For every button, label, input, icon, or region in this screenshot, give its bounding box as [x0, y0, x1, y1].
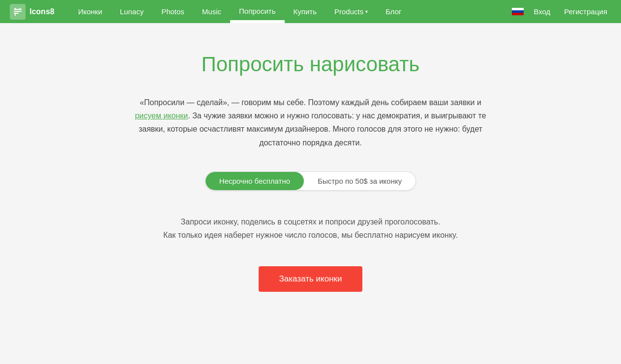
logo-text: Icons8 — [30, 7, 55, 16]
svg-rect-1 — [14, 11, 22, 12]
draw-icons-link[interactable]: рисуем иконки — [135, 112, 188, 120]
nav-item-products[interactable]: Products ▾ — [325, 0, 377, 23]
info-section: Запроси иконку, поделись в соцсетях и по… — [163, 215, 458, 242]
nav-item-iconki[interactable]: Иконки — [69, 0, 111, 23]
toggle-free[interactable]: Несрочно бесплатно — [206, 172, 304, 190]
logo[interactable]: Icons8 — [10, 4, 55, 20]
main-content: Попросить нарисовать «Попросили — сделай… — [0, 23, 621, 364]
description-text-2: . За чужие заявки можно и нужно голосова… — [139, 112, 486, 146]
svg-rect-4 — [20, 8, 21, 10]
toggle-group: Несрочно бесплатно Быстро по 50$ за икон… — [205, 171, 416, 191]
logo-icon — [10, 4, 26, 20]
info-text-1: Запроси иконку, поделись в соцсетях и по… — [163, 215, 458, 228]
svg-rect-5 — [15, 14, 16, 16]
page-title: Попросить нарисовать — [202, 53, 420, 76]
nav-item-blog[interactable]: Блог — [377, 0, 410, 23]
nav-item-lunacy[interactable]: Lunacy — [111, 0, 152, 23]
navbar: Icons8 Иконки Lunacy Photos Music Попрос… — [0, 0, 621, 23]
login-link[interactable]: Вход — [530, 7, 554, 16]
svg-rect-3 — [15, 8, 16, 10]
nav-item-poprosit[interactable]: Попросить — [230, 0, 285, 23]
register-link[interactable]: Регистрация — [560, 7, 611, 16]
nav-item-photos[interactable]: Photos — [152, 0, 193, 23]
page-description: «Попросили — сделай», — говорим мы себе.… — [134, 96, 488, 149]
order-button[interactable]: Заказать иконки — [259, 266, 363, 292]
info-text-2: Как только идея наберет нужное число гол… — [163, 228, 458, 242]
description-text-1: «Попросили — сделай», — говорим мы себе.… — [140, 98, 481, 107]
toggle-paid[interactable]: Быстро по 50$ за иконку — [304, 172, 415, 190]
language-flag-ru[interactable] — [512, 8, 524, 16]
chevron-down-icon: ▾ — [365, 9, 368, 14]
nav-item-kupit[interactable]: Купить — [285, 0, 325, 23]
svg-rect-2 — [14, 13, 19, 14]
nav-item-music[interactable]: Music — [193, 0, 230, 23]
navbar-right: Вход Регистрация — [512, 7, 611, 16]
nav-links: Иконки Lunacy Photos Music Попросить Куп… — [69, 0, 512, 23]
